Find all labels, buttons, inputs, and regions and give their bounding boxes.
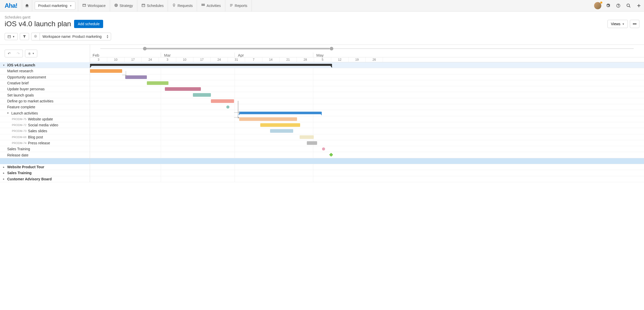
group-row[interactable]: Customer Advisory Board bbox=[0, 176, 90, 182]
nav-requests[interactable]: Requests bbox=[168, 0, 197, 12]
gantt-row bbox=[90, 68, 644, 74]
task-name: Sales Training bbox=[7, 147, 30, 151]
expand-toggle-icon[interactable] bbox=[3, 171, 7, 175]
gantt-bar[interactable] bbox=[211, 99, 234, 103]
redo-button[interactable]: ↷ bbox=[14, 50, 23, 57]
gantt-bar[interactable] bbox=[90, 69, 122, 73]
task-row[interactable]: PRODM-74Press release bbox=[0, 140, 90, 146]
search-icon bbox=[626, 3, 631, 8]
task-row[interactable]: PRODM-68Blog post bbox=[0, 134, 90, 140]
task-row[interactable]: Launch activities bbox=[0, 110, 90, 116]
task-row[interactable]: Creative brief bbox=[0, 80, 90, 86]
gantt-bar[interactable] bbox=[239, 117, 297, 121]
gantt-bar[interactable] bbox=[239, 112, 322, 114]
task-row[interactable]: Set launch goals bbox=[0, 92, 90, 98]
app-logo[interactable]: Aha! bbox=[0, 2, 22, 9]
breadcrumb[interactable]: Schedules gantt bbox=[5, 15, 639, 19]
task-row[interactable]: Define go to market activities bbox=[0, 98, 90, 104]
milestone-marker[interactable] bbox=[226, 105, 229, 109]
gantt-bar[interactable] bbox=[260, 123, 300, 127]
undo-button[interactable]: ↶ bbox=[5, 50, 14, 57]
add-schedule-button[interactable]: Add schedule bbox=[74, 20, 103, 28]
expand-toggle-icon[interactable] bbox=[3, 177, 7, 181]
day-label: 17 bbox=[193, 57, 211, 62]
add-button[interactable] bbox=[634, 0, 644, 12]
task-name: Define go to market activities bbox=[7, 99, 53, 103]
gantt-bar[interactable] bbox=[300, 135, 314, 139]
gantt-bar[interactable] bbox=[165, 87, 201, 91]
task-row[interactable]: Market research bbox=[0, 68, 90, 74]
gantt-bar[interactable] bbox=[307, 141, 317, 145]
more-menu-button[interactable]: ••• bbox=[630, 20, 639, 28]
task-name: iOS v4.0 Launch bbox=[7, 63, 35, 67]
nav-strategy[interactable]: Strategy bbox=[110, 0, 137, 12]
main-content: ↶ ↷ ▼ iOS v4.0 LaunchMarket researchOppo… bbox=[0, 45, 644, 182]
day-label: 14 bbox=[262, 57, 280, 62]
day-label: 10 bbox=[176, 57, 193, 62]
nav-schedules[interactable]: Schedules bbox=[137, 0, 168, 12]
avatar-button[interactable] bbox=[593, 0, 603, 12]
task-row[interactable]: PRODM-72Social media video bbox=[0, 122, 90, 128]
help-button[interactable] bbox=[613, 0, 623, 12]
workspace-dropdown[interactable]: Product marketing ▼ bbox=[35, 2, 75, 10]
task-row[interactable]: Update buyer personas bbox=[0, 86, 90, 92]
task-name: Opportunity assessment bbox=[7, 75, 46, 79]
timeline-zoom-slider[interactable] bbox=[90, 45, 644, 52]
milestone-marker[interactable] bbox=[322, 147, 325, 150]
task-name: Market research bbox=[7, 69, 33, 73]
gantt-row bbox=[90, 164, 644, 170]
nav-activities[interactable]: Activities bbox=[197, 0, 225, 12]
task-row[interactable]: PRODM-75Website update bbox=[0, 116, 90, 122]
slider-handle-start[interactable] bbox=[143, 47, 147, 50]
gantt-bar[interactable] bbox=[193, 93, 211, 97]
task-ref: PRODM-73 bbox=[12, 129, 26, 132]
task-name: Social media video bbox=[28, 123, 58, 127]
spacer-row bbox=[90, 158, 644, 164]
gantt-bar[interactable] bbox=[125, 75, 147, 79]
nav-reports[interactable]: Reports bbox=[225, 0, 252, 12]
svg-rect-5 bbox=[142, 4, 145, 7]
gantt-bar[interactable] bbox=[147, 81, 168, 85]
task-row[interactable]: Sales Training bbox=[0, 146, 90, 152]
task-ref: PRODM-75 bbox=[12, 118, 26, 121]
home-icon[interactable] bbox=[22, 0, 32, 12]
calendar-icon bbox=[141, 3, 145, 8]
dependency-arrow-icon bbox=[238, 117, 239, 119]
plus-icon bbox=[637, 3, 641, 8]
gantt-bar[interactable] bbox=[90, 64, 332, 66]
remove-filter-icon[interactable] bbox=[31, 33, 40, 40]
nav-label: Schedules bbox=[147, 4, 164, 8]
views-dropdown[interactable]: Views▼ bbox=[607, 20, 628, 28]
settings-button[interactable] bbox=[603, 0, 613, 12]
search-button[interactable] bbox=[623, 0, 634, 12]
task-name: Set launch goals bbox=[7, 93, 34, 97]
workspace-filter-pill[interactable]: Workspace name: Product marketing ▲▼ bbox=[31, 33, 111, 40]
expand-toggle-icon[interactable] bbox=[3, 165, 7, 169]
day-label: 26 bbox=[366, 57, 383, 62]
group-row[interactable]: Website Product Tour bbox=[0, 164, 90, 170]
task-row[interactable]: Feature complete bbox=[0, 104, 90, 110]
task-row[interactable]: Release date bbox=[0, 152, 90, 158]
milestone-marker[interactable] bbox=[329, 153, 333, 157]
group-row[interactable]: Sales Training bbox=[0, 170, 90, 176]
svg-rect-13 bbox=[202, 5, 202, 6]
row-settings-button[interactable]: ▼ bbox=[25, 50, 37, 57]
expand-toggle-icon[interactable] bbox=[3, 64, 7, 67]
gantt-row bbox=[90, 116, 644, 122]
expand-toggle-icon[interactable] bbox=[7, 111, 11, 115]
date-range-button[interactable]: ▼ bbox=[5, 33, 18, 40]
slider-handle-end[interactable] bbox=[330, 47, 333, 50]
caret-down-icon: ▼ bbox=[32, 52, 34, 55]
gantt-bar[interactable] bbox=[270, 129, 293, 133]
group-name: Website Product Tour bbox=[7, 165, 44, 169]
month-label: Apr bbox=[238, 53, 244, 57]
nav-workspace[interactable]: Workspace bbox=[78, 0, 110, 12]
svg-rect-10 bbox=[202, 4, 202, 5]
task-row[interactable]: iOS v4.0 Launch bbox=[0, 62, 90, 68]
task-row[interactable]: Opportunity assessment bbox=[0, 74, 90, 80]
task-row[interactable]: PRODM-73Sales slides bbox=[0, 128, 90, 134]
day-label: 31 bbox=[228, 57, 245, 62]
filter-button[interactable] bbox=[20, 33, 29, 40]
day-label: 24 bbox=[142, 57, 159, 62]
gantt-row bbox=[90, 128, 644, 134]
